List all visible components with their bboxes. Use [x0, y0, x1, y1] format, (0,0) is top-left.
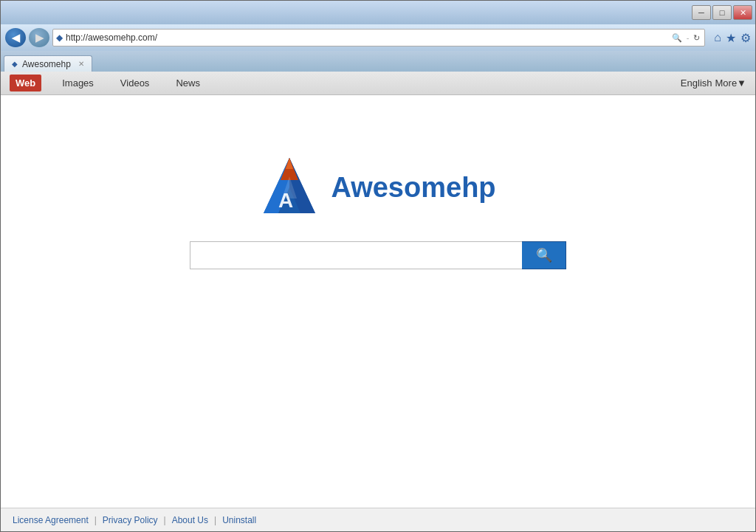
search-input[interactable]: [190, 241, 522, 269]
tab-web[interactable]: Web: [10, 75, 41, 91]
separator: -: [687, 33, 690, 42]
titlebar-buttons: ─ □ ✕: [692, 5, 752, 20]
tab-title: Awesomehp: [22, 59, 71, 69]
footer-sep-3: |: [214, 515, 216, 525]
logo-icon: A: [260, 154, 319, 221]
search-box: 🔍: [190, 241, 566, 269]
maximize-button[interactable]: □: [712, 5, 732, 20]
nav-icons: ⌂ ★ ⚙: [708, 31, 751, 45]
navbar: ◀ ▶ ◆ 🔍 - ↻ ⌂ ★ ⚙: [1, 24, 755, 51]
language-label: English: [681, 77, 712, 89]
address-search-button[interactable]: 🔍: [670, 33, 684, 43]
search-button[interactable]: 🔍: [522, 241, 566, 269]
search-category-bar: Web Images Videos News English More▼: [1, 72, 755, 95]
searchbar-right: English More▼: [681, 77, 746, 89]
tab-favicon: ◆: [12, 60, 18, 68]
minimize-button[interactable]: ─: [692, 5, 711, 20]
tabbar: ◆ Awesomehp ✕: [1, 51, 755, 72]
footer-about-link[interactable]: About Us: [172, 515, 208, 525]
search-icon: 🔍: [536, 247, 552, 263]
address-bar[interactable]: ◆ 🔍 - ↻: [52, 29, 705, 46]
refresh-button[interactable]: ↻: [692, 33, 701, 43]
tab-news[interactable]: News: [170, 75, 206, 91]
tab-videos[interactable]: Videos: [114, 75, 156, 91]
logo-area: A Awesomehp: [260, 154, 495, 221]
forward-button[interactable]: ▶: [29, 28, 49, 47]
footer-uninstall-link[interactable]: Uninstall: [222, 515, 256, 525]
browser-tab[interactable]: ◆ Awesomehp ✕: [4, 55, 92, 72]
settings-button[interactable]: ⚙: [740, 31, 751, 45]
footer-license-link[interactable]: License Agreement: [13, 515, 89, 525]
home-button[interactable]: ⌂: [714, 31, 721, 45]
titlebar: ─ □ ✕: [1, 1, 755, 24]
favorites-button[interactable]: ★: [726, 31, 736, 45]
footer: License Agreement | Privacy Policy | Abo…: [1, 508, 755, 531]
footer-sep-1: |: [94, 515, 97, 525]
browser-window: ─ □ ✕ ◀ ▶ ◆ 🔍 - ↻ ⌂ ★ ⚙ ◆ Awesomehp ✕ We…: [0, 0, 756, 532]
main-content: A Awesomehp 🔍: [1, 95, 755, 508]
footer-privacy-link[interactable]: Privacy Policy: [103, 515, 158, 525]
svg-text:A: A: [278, 189, 293, 212]
back-button[interactable]: ◀: [5, 28, 26, 47]
logo-text: Awesomehp: [331, 172, 495, 204]
tab-close-button[interactable]: ✕: [78, 60, 84, 68]
tab-images[interactable]: Images: [56, 75, 100, 91]
address-icon: ◆: [56, 32, 63, 43]
footer-sep-2: |: [164, 515, 166, 525]
address-input[interactable]: [66, 32, 667, 43]
more-button[interactable]: More▼: [715, 77, 747, 89]
close-button[interactable]: ✕: [733, 5, 752, 20]
